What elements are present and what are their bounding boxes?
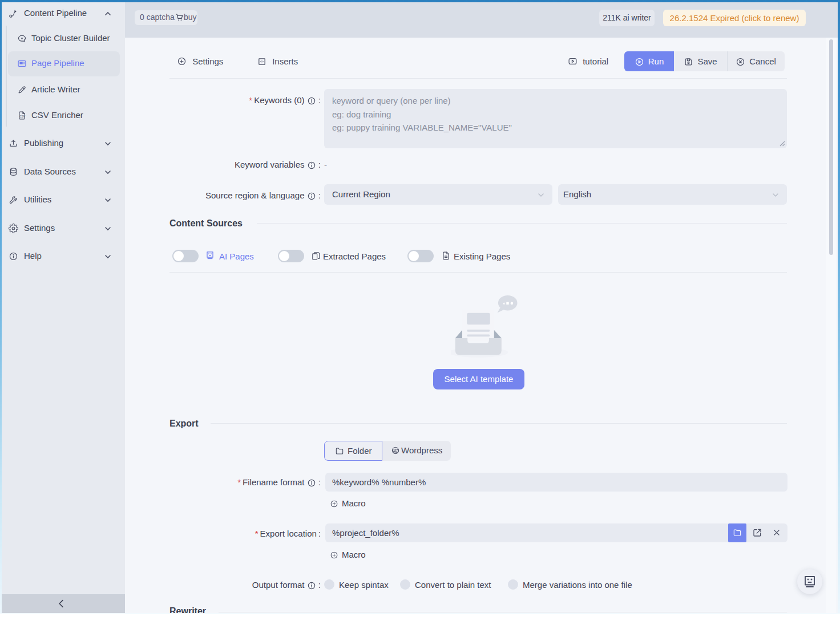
svg-text:CSV: CSV <box>20 115 26 118</box>
